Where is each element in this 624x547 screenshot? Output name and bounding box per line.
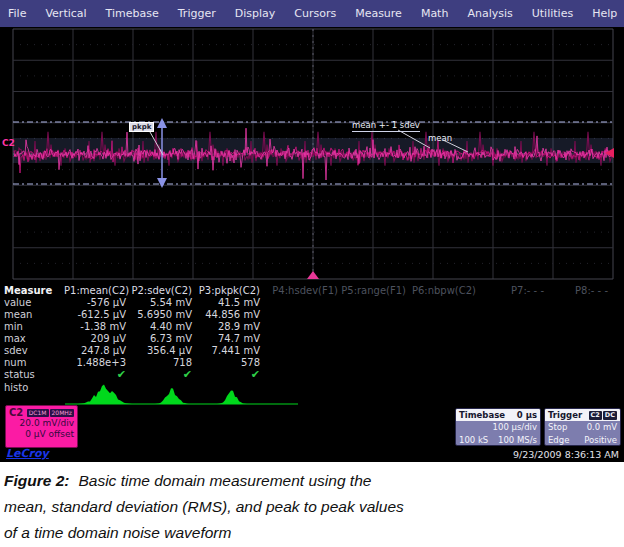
measure-table: MeasureP1:mean(C2)P2:sdev(C2)P3:pkpk(C2)… (4, 285, 608, 381)
row-label-status: status (4, 369, 64, 381)
trigger-badge: DC (603, 411, 617, 420)
cell-value-p8 (544, 297, 608, 309)
cell-mean-p7 (476, 309, 544, 321)
menu-item-analysis[interactable]: Analysis (467, 7, 512, 20)
status-check-p6 (406, 369, 476, 381)
menu-item-measure[interactable]: Measure (355, 7, 402, 20)
cell-min-p3: 28.9 mV (192, 321, 260, 333)
channel-badge: 20MHz (50, 409, 74, 417)
cell-mean-p1: -612.5 µV (64, 309, 126, 321)
param-header-p8[interactable]: P8:- - - (544, 285, 608, 297)
trigger-slope: Positive (584, 434, 617, 446)
cell-max-p3: 74.7 mV (192, 333, 260, 345)
cell-max-p8 (544, 333, 608, 345)
row-label-sdev: sdev (4, 345, 64, 357)
cell-mean-p2: 5.6950 mV (126, 309, 192, 321)
trigger-badge: C2 (589, 411, 602, 420)
measure-table-title: Measure (4, 285, 64, 297)
menu-item-trigger[interactable]: Trigger (178, 7, 216, 20)
param-header-p3[interactable]: P3:pkpk(C2) (192, 285, 260, 297)
cell-sdev-p3: 7.441 mV (192, 345, 260, 357)
timebase-rate: 100 MS/s (498, 434, 537, 446)
cell-max-p2: 6.73 mV (126, 333, 192, 345)
param-header-p7[interactable]: P7:- - - (476, 285, 544, 297)
oscilloscope-screenshot: FileVerticalTimebaseTriggerDisplayCursor… (0, 0, 624, 547)
param-header-p2[interactable]: P2:sdev(C2) (126, 285, 192, 297)
cell-max-p6 (406, 333, 476, 345)
cell-max-p5 (338, 333, 406, 345)
caption-line-3: of a time domain noise waveform (4, 520, 620, 546)
menu-item-file[interactable]: File (8, 7, 26, 20)
row-label-max: max (4, 333, 64, 345)
menu-item-math[interactable]: Math (421, 7, 449, 20)
cell-num-p6 (406, 357, 476, 369)
caption-figure-label: Figure 2: (4, 472, 69, 489)
cell-value-p7 (476, 297, 544, 309)
cell-value-p1: -576 µV (64, 297, 126, 309)
cell-num-p8 (544, 357, 608, 369)
status-check-p7 (476, 369, 544, 381)
graticule-and-waveform (0, 27, 624, 462)
cell-min-p6 (406, 321, 476, 333)
status-check-p2: ✔ (126, 369, 192, 381)
cell-mean-p4 (260, 309, 338, 321)
menu-item-display[interactable]: Display (235, 7, 276, 20)
cell-value-p3: 41.5 mV (192, 297, 260, 309)
menu-item-utilities[interactable]: Utilities (532, 7, 573, 20)
cell-sdev-p8 (544, 345, 608, 357)
menu-item-help[interactable]: Help (592, 7, 617, 20)
menu-item-timebase[interactable]: Timebase (106, 7, 159, 20)
channel-coupling-badges: DC1M20MHz (27, 409, 74, 417)
cell-value-p6 (406, 297, 476, 309)
cell-min-p5 (338, 321, 406, 333)
status-check-p8 (544, 369, 608, 381)
menu-bar: FileVerticalTimebaseTriggerDisplayCursor… (0, 0, 624, 27)
timebase-samples: 100 kS (459, 434, 488, 446)
figure-caption: Figure 2:Basic time domain measurement u… (0, 462, 624, 547)
channel-volts-per-div: 20.0 mV/div (9, 418, 74, 429)
cell-num-p7 (476, 357, 544, 369)
cell-max-p7 (476, 333, 544, 345)
row-label-value: value (4, 297, 64, 309)
cell-value-p4 (260, 297, 338, 309)
cell-sdev-p2: 356.4 µV (126, 345, 192, 357)
menu-item-vertical[interactable]: Vertical (45, 7, 86, 20)
cell-value-p2: 5.54 mV (126, 297, 192, 309)
channel-c2-descriptor-box[interactable]: C2 DC1M20MHz 20.0 mV/div 0 µV offset (5, 405, 78, 448)
param-header-p6[interactable]: P6:nbpw(C2) (406, 285, 476, 297)
trigger-level: 0.0 mV (587, 421, 617, 434)
cell-sdev-p6 (406, 345, 476, 357)
cell-value-p5 (338, 297, 406, 309)
timebase-per-div: 100 µs/div (493, 421, 537, 434)
cell-sdev-p4 (260, 345, 338, 357)
caption-line-1: Figure 2:Basic time domain measurement u… (4, 468, 620, 494)
row-label-min: min (4, 321, 64, 333)
row-label-mean: mean (4, 309, 64, 321)
status-check-p5 (338, 369, 406, 381)
mean-annotation: mean (428, 133, 452, 143)
caption-line-2: mean, standard deviation (RMS), and peak… (4, 494, 620, 520)
param-header-p1[interactable]: P1:mean(C2) (64, 285, 126, 297)
cell-min-p7 (476, 321, 544, 333)
trigger-descriptor-box[interactable]: Trigger C2DC Stop 0.0 mV Edge Positive (544, 408, 621, 446)
param-header-p5[interactable]: P5:range(F1) (338, 285, 406, 297)
channel-name: C2 (9, 407, 23, 418)
cell-num-p4 (260, 357, 338, 369)
mean-sdev-annotation: mean +- 1 sdev (352, 120, 420, 132)
timebase-delay: 0 µs (517, 410, 537, 420)
cell-min-p4 (260, 321, 338, 333)
datetime-display: 9/23/2009 8:36:13 AM (513, 449, 619, 460)
param-header-p4[interactable]: P4:hsdev(F1) (260, 285, 338, 297)
status-check-p3: ✔ (192, 369, 260, 381)
status-check-p1: ✔ (64, 369, 126, 381)
trigger-type: Edge (548, 434, 569, 446)
timebase-descriptor-box[interactable]: Timebase 0 µs 100 µs/div 100 kS 100 MS/s (455, 408, 541, 446)
cell-sdev-p5 (338, 345, 406, 357)
menu-item-cursors[interactable]: Cursors (294, 7, 336, 20)
cell-num-p5 (338, 357, 406, 369)
channel-c2-level-marker: C2 (2, 138, 15, 148)
cell-min-p2: 4.40 mV (126, 321, 192, 333)
trigger-source-badges: C2DC (589, 411, 617, 420)
cell-num-p3: 578 (192, 357, 260, 369)
timebase-title: Timebase (459, 410, 505, 420)
